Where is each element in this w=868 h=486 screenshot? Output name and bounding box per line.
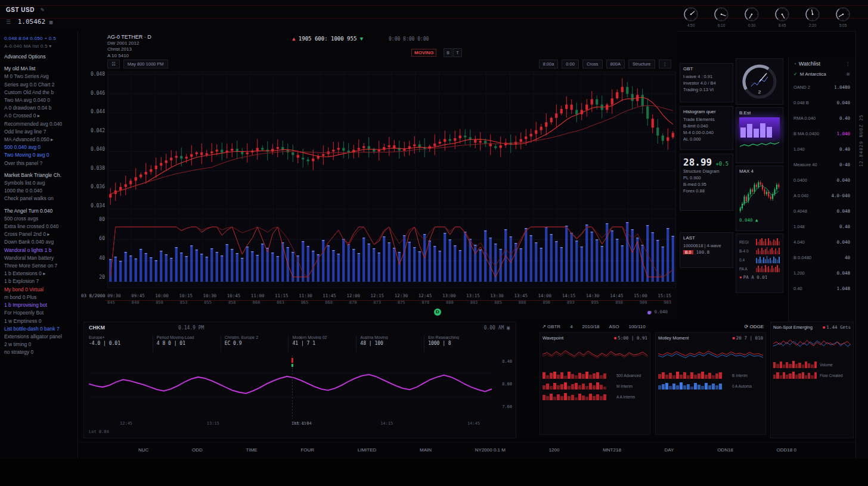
sidebar-item[interactable]: Recommended avg 0.040 — [4, 120, 73, 128]
sidebar-item[interactable]: List bottle-dash 0 bank 7 — [4, 325, 73, 333]
quote-panel[interactable]: 28.99 +0.5 Structure DiagramPL 0.900B-me… — [680, 154, 733, 211]
dial-panel[interactable]: 2 — [736, 58, 783, 105]
sidebar-item[interactable]: 500 0.040 avg 0 — [4, 144, 73, 151]
candlestick-chart[interactable] — [107, 71, 676, 288]
toolbar-button[interactable]: Structure — [628, 60, 655, 68]
watchlist-row[interactable]: RMA 0.0400.40 — [793, 110, 850, 126]
watchlist-subheader[interactable]: ✓ M Antarctica ≋ — [793, 71, 850, 77]
sidebar-quote-row-2[interactable]: A-0.040 MA list 0.5 ▾ — [4, 43, 73, 49]
sidebar-item[interactable]: 1000 the 0 0.040 — [4, 187, 73, 195]
toolbar-button[interactable]: 8:00a — [539, 60, 559, 68]
sidebar-item[interactable]: Symbols list 0 avg — [4, 179, 73, 187]
toolbar-button[interactable]: 0:00 — [562, 60, 579, 68]
signal-panel[interactable]: REGIB-4 00.4PA A ● PA A 0.01 — [736, 233, 783, 293]
scanner-subpanel[interactable]: Motley Moment■ 20 7 | 010B Interim0 A Au… — [655, 332, 766, 435]
watchlist-row[interactable]: 0.401.048 — [793, 281, 850, 296]
toolbar-button[interactable]: ⋮ — [659, 60, 672, 68]
mid-header-item[interactable]: 100/110 — [628, 324, 645, 329]
sidebar-item[interactable]: MA Advanced 0.050 ▸ — [4, 136, 73, 144]
toolbar-button[interactable]: ☷ — [107, 60, 120, 68]
sidebar-item[interactable]: Custom Old And the b — [4, 89, 73, 96]
bottom-left-panel[interactable]: CHKM 0.14.9 PM 0.00 AM ▣ Europe+-4.0 | 0… — [83, 322, 516, 438]
watchlist-row[interactable]: Measure 400-40 — [793, 157, 850, 172]
edit-icon[interactable]: ✎ — [40, 7, 45, 13]
sidebar-item[interactable]: Cross Panel 2nd 0 ▸ — [4, 230, 73, 238]
mid-header-item[interactable]: ASO — [609, 324, 619, 329]
status-bar-item[interactable]: 1200 — [549, 447, 560, 453]
status-bar-item[interactable]: ODN18 — [717, 447, 733, 453]
sidebar-item[interactable]: Check panel walks on — [4, 195, 73, 202]
watchlist-row[interactable]: 0.04000.040 — [793, 172, 850, 188]
chart-ctl-button-1[interactable]: B — [444, 48, 452, 57]
mini-candle-panel[interactable]: MAX 4 0.040 ▲ — [736, 166, 783, 231]
watchlist-row[interactable]: 1.2000.048 — [793, 265, 850, 281]
sidebar-item[interactable]: My old MA list — [4, 65, 73, 73]
sidebar-item[interactable]: Wandoral o lights 1 b — [4, 247, 73, 254]
grid-icon[interactable]: ▦ — [49, 19, 52, 25]
sidebar-item[interactable]: Market Bank Triangle Ch. — [4, 172, 73, 179]
sidebar-item[interactable]: no strategy 0 — [4, 348, 73, 356]
toolbar-button[interactable]: May 800 1000 PM — [123, 60, 168, 68]
status-bar-item[interactable]: NUC — [138, 447, 148, 453]
sidebar-item[interactable]: Two MA avg 0.040 0 — [4, 96, 73, 104]
menu-icon[interactable]: ☰ — [6, 19, 11, 25]
sidebar-item[interactable]: Extra line crossed 0.040 — [4, 223, 73, 230]
status-bar-item[interactable]: DAY — [665, 447, 674, 453]
status-bar-item[interactable]: ODD18 0 — [777, 447, 796, 453]
status-bar-item[interactable]: NY2000 0.1 M — [475, 447, 506, 453]
sidebar-item[interactable]: Advanced Options — [4, 53, 73, 61]
mid-header-item[interactable]: ↗ GBTR — [542, 324, 560, 329]
sidebar-item[interactable]: My bond 0 Virtual — [4, 286, 73, 294]
sidebar-item[interactable]: A 0 drawdown 0.04 b — [4, 104, 73, 112]
status-bar-item[interactable]: MNT218 — [603, 447, 621, 453]
sidebar-item[interactable]: The Angel Turn 0.040 — [4, 207, 73, 215]
sidebar-item[interactable]: For Hopeenly Bot — [4, 309, 73, 317]
sidebar-item[interactable]: Wandoral Man battery — [4, 254, 73, 262]
sidebar-item[interactable]: Series avg 0.0 Chart 2 — [4, 81, 73, 89]
toolbar-button[interactable]: Cross — [582, 60, 603, 68]
mid-header-item[interactable]: 4 — [570, 324, 572, 329]
sidebar-item[interactable]: m bond 0 Plus — [4, 294, 73, 301]
status-bar-item[interactable]: MAIN — [420, 447, 432, 453]
sidebar-item[interactable]: 1 b Improvising bot — [4, 301, 73, 309]
sidebar-item[interactable]: Two Moving 0 avg 0 — [4, 151, 73, 159]
sidebar-item[interactable]: 1 b Extensions 0 ▸ — [4, 270, 73, 278]
watchlist-row[interactable]: B 0.048040 — [793, 250, 850, 265]
last-panel[interactable]: LAST 10000618 | 4-wave B.0 100.8 — [680, 232, 733, 268]
status-bar-item[interactable]: FOUR — [300, 447, 314, 453]
gbt-panel[interactable]: GBT I-wave 4 : 0.91Investor 4.0 / B4Trad… — [680, 63, 733, 102]
sidebar-item[interactable]: Three More Sense on 7 — [4, 262, 73, 270]
scanner-subpanel[interactable]: Wavepoint■ 5:00 | 0.91500 AdvancedM Inte… — [540, 332, 650, 435]
sidebar-item[interactable]: 2 w timing 0 — [4, 341, 73, 348]
magenta-line-chart[interactable] — [89, 356, 492, 419]
estimator-panel[interactable]: B.Est — [736, 107, 783, 163]
watchlist-menu-icon[interactable]: ⋮ — [845, 61, 850, 67]
bottom-right-panel[interactable]: Non-Spot Emerging ■ 1.44 Gets VolumeFlow… — [770, 322, 854, 438]
sidebar-item[interactable]: 1 w Emptiness 0 — [4, 317, 73, 325]
clock-icon[interactable]: ◔ — [793, 61, 796, 67]
watchlist-row[interactable]: A 0.0404.0-040 — [793, 188, 850, 203]
sidebar-item[interactable]: Extensions alligator panel — [4, 333, 73, 341]
sidebar-item[interactable]: Over this panel ? — [4, 160, 73, 167]
chart-ctl-button-2[interactable]: T — [453, 48, 462, 57]
sidebar-item[interactable]: Down Bank 0.040 avg — [4, 238, 73, 246]
sidebar-item[interactable]: 500 cross avgs — [4, 215, 73, 223]
watchlist-row[interactable]: OAND 21.0480 — [793, 79, 850, 95]
bottom-left-right[interactable]: 0.00 AM ▣ — [484, 325, 510, 331]
toolbar-button[interactable]: 800A — [606, 60, 625, 68]
histogram-panel[interactable]: Histogram quer Trade ElementsB-limit 0.0… — [680, 106, 733, 150]
sidebar-item[interactable]: Odd line avg line 7 — [4, 128, 73, 136]
watchlist-row[interactable]: 1.0400.40 — [793, 141, 850, 157]
watchlist-row[interactable]: 0.40480.048 — [793, 203, 850, 219]
watchlist-row[interactable]: 4.0400.040 — [793, 234, 850, 250]
status-bar-item[interactable]: LIMITED — [358, 447, 377, 453]
mid-header-right[interactable]: ⟳ ODGE — [745, 324, 764, 329]
sidebar-item[interactable]: M 0 Two Series Avg — [4, 73, 73, 80]
watchlist-row[interactable]: 0.048 B0.040 — [793, 95, 850, 110]
sidebar-item[interactable]: A 0 Crossed 0 ▸ — [4, 112, 73, 120]
session-badge[interactable]: D — [434, 309, 441, 316]
watchlist-row[interactable]: 1.0480.40 — [793, 219, 850, 234]
sidebar-item[interactable]: 1 b Explosion 7 — [4, 278, 73, 285]
watchlist-row[interactable]: B MA 0.04001.040 — [793, 126, 850, 141]
mid-header-item[interactable]: 2010/18 — [582, 324, 600, 329]
